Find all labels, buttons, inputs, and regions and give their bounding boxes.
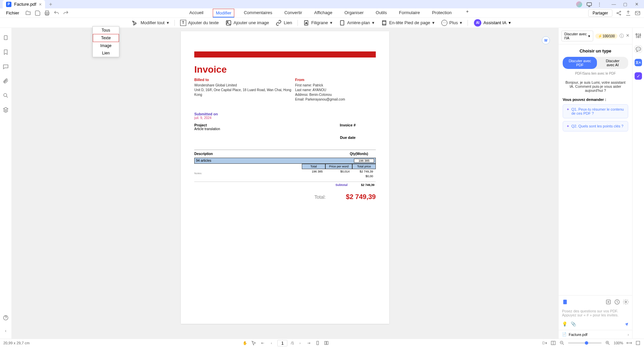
dropdown-all[interactable]: Tous [93, 27, 119, 34]
open-icon[interactable] [25, 10, 31, 16]
close-tab-icon[interactable]: × [39, 2, 42, 7]
sparkle-icon[interactable]: ✦ [465, 9, 471, 15]
expand-icon[interactable] [605, 299, 611, 305]
watermark-button[interactable]: A Filigrane ▾ [300, 18, 335, 27]
share-button[interactable]: Partager [588, 9, 612, 17]
svg-rect-19 [563, 300, 567, 304]
subtotal-label: Subtotal [335, 183, 348, 187]
print-icon[interactable] [44, 10, 50, 16]
tab-commentaires[interactable]: Commentaires [241, 9, 275, 17]
chat-pdf-button[interactable]: Discuter avec PDF [563, 57, 597, 69]
settings-icon[interactable] [623, 299, 629, 305]
chat-ai-button[interactable]: Discuter avec AI [597, 57, 628, 69]
help-icon[interactable] [3, 315, 9, 321]
select-tool-icon[interactable] [251, 340, 256, 346]
word-export-badge[interactable]: W [542, 36, 550, 44]
upload-icon[interactable] [625, 10, 631, 16]
next-page-icon[interactable]: › [297, 340, 303, 346]
document-area[interactable]: W Invoice Billed to Wondershare Global L… [12, 28, 558, 339]
search-icon[interactable] [3, 92, 9, 99]
add-text-button[interactable]: T Ajouter du texte [177, 18, 222, 27]
suggested-q1[interactable]: ✦ Q1. Peux-tu résumer le contenu de ces … [563, 104, 628, 118]
dropdown-link[interactable]: Lien [93, 49, 119, 57]
tab-organiser[interactable]: Organiser [342, 9, 366, 17]
share-nodes-icon[interactable] [616, 10, 622, 16]
tab-protection[interactable]: Protection [429, 9, 454, 17]
tab-accueil[interactable]: Accueil [187, 9, 206, 17]
ai-mode-dropdown[interactable]: Discuter avec l'IA ▾ [561, 31, 593, 41]
header-footer-button[interactable]: En-tête Pied de page ▾ [378, 18, 437, 27]
message-icon[interactable] [586, 1, 592, 7]
save-icon[interactable] [35, 10, 41, 16]
ai-input[interactable]: Posez des questions sur vos PDF. Appuyez… [562, 308, 629, 318]
last-page-icon[interactable]: ⇥ [306, 340, 312, 346]
dropdown-image[interactable]: Image [93, 42, 119, 49]
attachment-icon[interactable] [3, 78, 9, 84]
close-button[interactable]: ✕ [632, 1, 641, 8]
link-button[interactable]: Lien [273, 18, 295, 27]
dropdown-text[interactable]: Texte [93, 34, 119, 42]
close-panel-icon[interactable]: ✕ [626, 33, 630, 39]
more-icon[interactable]: ⋮ [596, 1, 602, 7]
prev-page-icon[interactable]: ‹ [269, 340, 274, 346]
ai-subtitle: PDF/Sans lien avec le PDF [563, 72, 628, 75]
minimize-button[interactable]: — [609, 1, 618, 8]
send-icon[interactable]: ➤ [623, 320, 630, 327]
app-icon: P [6, 2, 11, 7]
desc-header: Description [194, 152, 342, 156]
tab-convertir[interactable]: Convertir [282, 9, 305, 17]
zoom-in-icon[interactable] [605, 340, 610, 346]
add-image-button[interactable]: Ajouter une image [223, 18, 272, 27]
invoice-num-label: Invoice # [340, 123, 356, 127]
modify-all-button[interactable]: Modifier tout ▾ [130, 18, 172, 27]
bookmark-icon[interactable] [3, 49, 9, 55]
ask-title: Vous pouvez demander : [563, 98, 628, 102]
first-page-icon[interactable]: ⇤ [260, 340, 265, 346]
from-lname: Last name: AYANOU [295, 88, 376, 92]
file-menu[interactable]: Fichier [3, 10, 22, 16]
user-avatar[interactable] [576, 1, 582, 7]
hand-tool-icon[interactable]: ✋ [242, 340, 248, 346]
bulb-icon[interactable]: 💡 [562, 321, 567, 326]
tab-outils[interactable]: Outils [373, 9, 390, 17]
collapse-icon[interactable]: ‹ [3, 327, 9, 334]
redo-icon[interactable] [63, 10, 69, 16]
credits-badge[interactable]: ⚡ 100/100 [595, 34, 617, 39]
check-ai-icon[interactable]: ✓ [635, 72, 642, 80]
background-button[interactable]: Arrière-plan ▾ [336, 18, 377, 27]
more-button[interactable]: ⋯ Plus ▾ [439, 18, 465, 27]
undo-icon[interactable] [53, 10, 59, 16]
document-tab[interactable]: P Facture.pdf × [3, 0, 45, 8]
tab-modifier[interactable]: Modifier [213, 9, 234, 17]
tab-formulaire[interactable]: Formulaire [396, 9, 422, 17]
ai-assistant-button[interactable]: AI Assistant IA ▾ [471, 18, 514, 28]
help-icon[interactable]: ⓘ [619, 33, 624, 39]
translate-ai-icon[interactable]: 文A [635, 59, 642, 66]
single-page-icon[interactable] [315, 340, 320, 346]
ai-icon: AI [474, 19, 481, 27]
new-tab-button[interactable]: + [46, 1, 55, 7]
svg-rect-31 [326, 341, 328, 344]
comment-icon[interactable] [3, 64, 9, 70]
zoom-out-icon[interactable] [559, 340, 565, 346]
zoom-slider[interactable] [568, 342, 602, 344]
history-icon[interactable] [614, 299, 620, 305]
fullscreen-icon[interactable] [635, 340, 641, 346]
view-mode-icon[interactable]: ▾ [542, 340, 547, 346]
attach-icon[interactable]: 📎 [571, 321, 576, 326]
page-input[interactable] [277, 340, 287, 346]
fit-width-icon[interactable] [627, 340, 632, 346]
layers-icon[interactable] [3, 107, 9, 113]
tab-affichage[interactable]: Affichage [312, 9, 335, 17]
doc-icon[interactable] [562, 299, 568, 305]
maximize-button[interactable]: ▢ [620, 1, 630, 8]
read-mode-icon[interactable] [551, 340, 556, 346]
suggested-q2[interactable]: ✦ Q2. Quels sont les points clés ? [563, 121, 628, 131]
from-fname: First name: Patrick [295, 83, 376, 88]
ai-file-ref[interactable]: 📄 Facture.pdf › [559, 330, 632, 339]
thumbnail-icon[interactable] [3, 35, 9, 41]
settings-panel-icon[interactable] [635, 32, 642, 39]
chat-icon[interactable]: 💬 [635, 45, 642, 53]
two-page-icon[interactable] [324, 340, 329, 346]
email-icon[interactable] [635, 10, 641, 16]
